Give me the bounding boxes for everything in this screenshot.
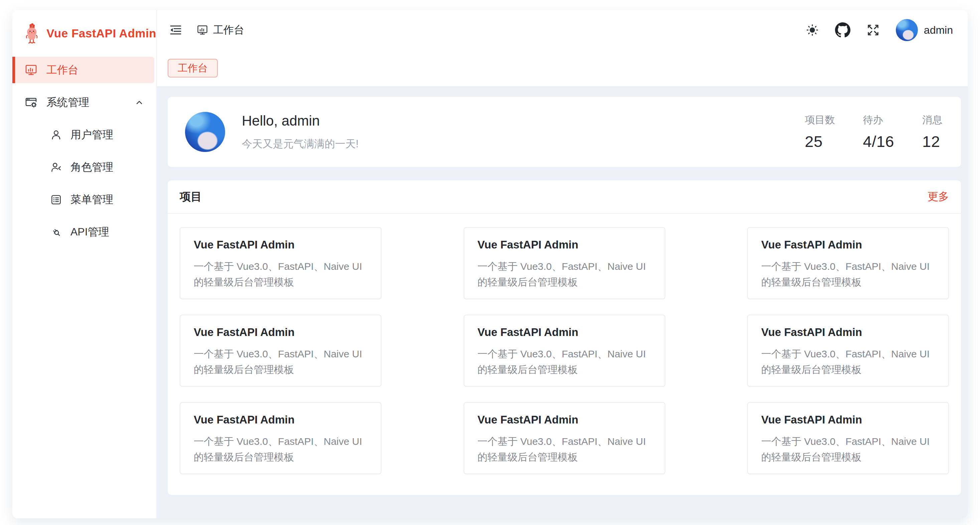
- workbench-monitor-icon: [196, 24, 208, 36]
- project-card-title: Vue FastAPI Admin: [478, 239, 651, 251]
- sidebar-item-label: 角色管理: [70, 160, 113, 175]
- sidebar-item-label: 用户管理: [70, 127, 113, 142]
- sidebar-item-label: 系统管理: [46, 95, 89, 110]
- app-logo: Vue FastAPI Admin: [12, 10, 156, 57]
- projects-title: 项目: [180, 189, 202, 204]
- project-card-description: 一个基于 Vue3.0、FastAPI、Naive UI 的轻量级后台管理模板: [478, 346, 651, 377]
- project-card-description: 一个基于 Vue3.0、FastAPI、Naive UI 的轻量级后台管理模板: [194, 258, 368, 290]
- welcome-avatar: [185, 112, 225, 152]
- topbar-actions: admin: [805, 19, 953, 41]
- project-card-title: Vue FastAPI Admin: [194, 414, 368, 426]
- project-card[interactable]: Vue FastAPI Admin 一个基于 Vue3.0、FastAPI、Na…: [180, 315, 382, 387]
- welcome-message: 今天又是元气满满的一天!: [242, 137, 359, 151]
- sidebar-item-label: API管理: [70, 225, 109, 239]
- project-card-description: 一个基于 Vue3.0、FastAPI、Naive UI 的轻量级后台管理模板: [478, 258, 651, 290]
- github-icon[interactable]: [835, 22, 850, 38]
- welcome-greeting: Hello, admin: [242, 113, 359, 129]
- user-name: admin: [924, 24, 953, 37]
- project-card[interactable]: Vue FastAPI Admin 一个基于 Vue3.0、FastAPI、Na…: [464, 227, 665, 299]
- project-card[interactable]: Vue FastAPI Admin 一个基于 Vue3.0、FastAPI、Na…: [747, 315, 949, 387]
- role-icon: [50, 161, 62, 173]
- sidebar-item-system[interactable]: 系统管理: [12, 89, 154, 116]
- menu-list-icon: [50, 193, 62, 206]
- sidebar-item-label: 工作台: [46, 63, 78, 78]
- project-card[interactable]: Vue FastAPI Admin 一个基于 Vue3.0、FastAPI、Na…: [464, 402, 665, 474]
- api-plug-icon: [50, 226, 62, 239]
- tags-bar: 工作台: [157, 50, 968, 86]
- user-avatar: [896, 19, 918, 41]
- project-card-title: Vue FastAPI Admin: [478, 326, 651, 339]
- chevron-up-icon: [134, 97, 145, 108]
- sidebar-item-workbench[interactable]: 工作台: [12, 57, 154, 83]
- stat-label: 待办: [863, 113, 894, 127]
- project-card[interactable]: Vue FastAPI Admin 一个基于 Vue3.0、FastAPI、Na…: [464, 315, 665, 387]
- project-card-description: 一个基于 Vue3.0、FastAPI、Naive UI 的轻量级后台管理模板: [761, 433, 935, 465]
- project-card-description: 一个基于 Vue3.0、FastAPI、Naive UI 的轻量级后台管理模板: [761, 346, 935, 377]
- project-card-description: 一个基于 Vue3.0、FastAPI、Naive UI 的轻量级后台管理模板: [194, 346, 368, 377]
- app-title: Vue FastAPI Admin: [46, 27, 156, 40]
- app-window: Vue FastAPI Admin 工作台: [12, 10, 968, 518]
- projects-header: 项目 更多: [168, 180, 961, 214]
- workbench-monitor-icon: [24, 64, 38, 77]
- user-icon: [50, 129, 62, 141]
- stat-messages: 消息 12: [922, 113, 942, 151]
- project-card[interactable]: Vue FastAPI Admin 一个基于 Vue3.0、FastAPI、Na…: [180, 402, 382, 474]
- sidebar-item-label: 菜单管理: [70, 192, 113, 207]
- projects-more-link[interactable]: 更多: [928, 189, 949, 204]
- sidebar-item-menus[interactable]: 菜单管理: [12, 186, 154, 213]
- project-card-title: Vue FastAPI Admin: [194, 239, 368, 251]
- project-card[interactable]: Vue FastAPI Admin 一个基于 Vue3.0、FastAPI、Na…: [747, 402, 949, 474]
- system-settings-icon: [24, 96, 38, 109]
- project-card-title: Vue FastAPI Admin: [761, 414, 935, 426]
- theme-sun-icon[interactable]: [805, 23, 820, 37]
- projects-section: 项目 更多 Vue FastAPI Admin 一个基于 Vue3.0、Fast…: [168, 180, 961, 495]
- sidebar-menu: 工作台 系统管理: [12, 57, 156, 251]
- project-card[interactable]: Vue FastAPI Admin 一个基于 Vue3.0、FastAPI、Na…: [747, 227, 949, 299]
- user-menu[interactable]: admin: [896, 19, 953, 41]
- project-card[interactable]: Vue FastAPI Admin 一个基于 Vue3.0、FastAPI、Na…: [180, 227, 382, 299]
- stat-value: 25: [805, 132, 835, 151]
- welcome-card: Hello, admin 今天又是元气满满的一天! 项目数 25 待办 4/16…: [168, 97, 961, 167]
- welcome-stats: 项目数 25 待办 4/16 消息 12: [805, 113, 942, 151]
- tag-workbench[interactable]: 工作台: [168, 59, 218, 78]
- project-card-title: Vue FastAPI Admin: [478, 414, 651, 426]
- stat-todos: 待办 4/16: [863, 113, 894, 151]
- project-card-title: Vue FastAPI Admin: [761, 326, 935, 339]
- chicken-logo-icon: [24, 21, 40, 46]
- sidebar-item-roles[interactable]: 角色管理: [12, 154, 154, 180]
- sidebar: Vue FastAPI Admin 工作台: [12, 10, 157, 518]
- stat-projects: 项目数 25: [805, 113, 835, 151]
- project-card-title: Vue FastAPI Admin: [194, 326, 368, 339]
- breadcrumb[interactable]: 工作台: [196, 23, 244, 37]
- sidebar-collapse-button[interactable]: [169, 23, 182, 37]
- breadcrumb-label: 工作台: [213, 23, 244, 37]
- main-area: 工作台: [157, 10, 968, 518]
- project-card-description: 一个基于 Vue3.0、FastAPI、Naive UI 的轻量级后台管理模板: [478, 433, 651, 465]
- sidebar-item-api[interactable]: API管理: [12, 219, 154, 245]
- project-card-description: 一个基于 Vue3.0、FastAPI、Naive UI 的轻量级后台管理模板: [761, 258, 935, 290]
- page-content: Hello, admin 今天又是元气满满的一天! 项目数 25 待办 4/16…: [157, 86, 968, 518]
- project-card-title: Vue FastAPI Admin: [761, 239, 935, 251]
- stat-label: 项目数: [805, 113, 835, 127]
- topbar: 工作台: [157, 10, 968, 50]
- projects-grid: Vue FastAPI Admin 一个基于 Vue3.0、FastAPI、Na…: [168, 214, 961, 488]
- sidebar-item-users[interactable]: 用户管理: [12, 122, 154, 148]
- project-card-description: 一个基于 Vue3.0、FastAPI、Naive UI 的轻量级后台管理模板: [194, 433, 368, 465]
- stat-label: 消息: [922, 113, 942, 127]
- stat-value: 4/16: [863, 132, 894, 151]
- stat-value: 12: [922, 132, 942, 151]
- fullscreen-icon[interactable]: [866, 23, 880, 37]
